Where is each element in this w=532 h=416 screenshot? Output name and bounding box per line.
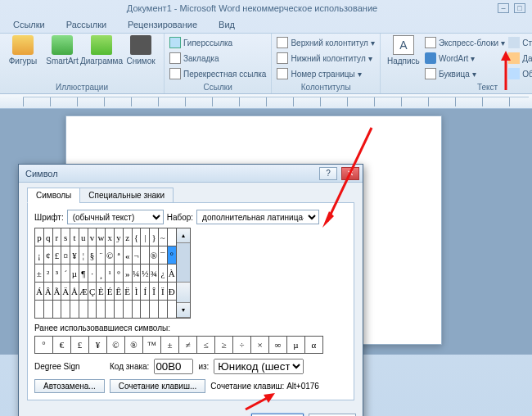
tab-review[interactable]: Рецензирование bbox=[123, 18, 202, 33]
symbol-cell[interactable]: Ç bbox=[88, 283, 97, 301]
set-select[interactable]: дополнительная латиница-1 bbox=[196, 210, 319, 224]
recent-symbol[interactable]: © bbox=[106, 336, 125, 354]
symbol-cell[interactable]: Á bbox=[35, 283, 44, 301]
symbol-cell[interactable]: Ã bbox=[53, 283, 62, 301]
symbol-cell[interactable] bbox=[79, 301, 88, 319]
symbol-cell[interactable]: ° bbox=[168, 246, 177, 265]
symbol-cell[interactable]: ¸ bbox=[97, 265, 106, 283]
recent-symbol[interactable]: ≠ bbox=[178, 336, 197, 354]
symbol-cell[interactable]: p bbox=[35, 228, 44, 246]
symbol-cell[interactable]: ¦ bbox=[79, 246, 88, 265]
hyperlink-button[interactable]: Гиперссылка bbox=[169, 35, 266, 50]
symbol-cell[interactable]: ½ bbox=[141, 265, 150, 283]
shortcut-button[interactable]: Сочетание клавиш... bbox=[110, 379, 206, 393]
recent-symbol[interactable]: ¥ bbox=[88, 336, 107, 354]
grid-scrollbar[interactable]: ▴▾ bbox=[176, 228, 191, 319]
symbol-cell[interactable]: Â bbox=[44, 283, 53, 301]
footer-button[interactable]: Нижний колонтитул ▾ bbox=[277, 51, 375, 66]
symbol-cell[interactable]: ® bbox=[150, 246, 159, 265]
recent-symbol[interactable]: ® bbox=[124, 336, 143, 354]
recent-symbol[interactable]: α bbox=[304, 336, 323, 354]
from-select[interactable]: Юникод (шестн.) bbox=[214, 359, 304, 374]
sigline-button[interactable]: Строка подписи ▾ bbox=[508, 35, 532, 50]
symbol-cell[interactable]: · bbox=[88, 265, 97, 283]
symbol-cell[interactable]: ª bbox=[115, 246, 124, 265]
symbol-cell[interactable] bbox=[44, 301, 53, 319]
symbol-cell[interactable]: Å bbox=[70, 283, 79, 301]
symbol-cell[interactable]: ¯ bbox=[159, 246, 168, 265]
symbol-cell[interactable] bbox=[88, 301, 97, 319]
symbol-cell[interactable]: ¥ bbox=[70, 246, 79, 265]
symbol-cell[interactable]: ¹ bbox=[106, 265, 115, 283]
symbol-cell[interactable]: ¼ bbox=[133, 265, 142, 283]
symbol-grid[interactable]: pqrstuvwxyz{|}~¡¢£¤¥¦§¨©ª«¬®¯°±²³´µ¶·¸¹º… bbox=[34, 228, 177, 319]
symbol-cell[interactable]: Ê bbox=[115, 283, 124, 301]
symbol-cell[interactable] bbox=[70, 301, 79, 319]
symbol-cell[interactable]: ¨ bbox=[97, 246, 106, 265]
symbol-cell[interactable]: ¬ bbox=[133, 246, 142, 265]
symbol-cell[interactable] bbox=[141, 246, 150, 265]
recent-symbol[interactable]: µ bbox=[286, 336, 305, 354]
recent-symbols[interactable]: °€£¥©®™±≠≤≥÷×∞µα bbox=[34, 336, 347, 354]
recent-symbol[interactable]: ≥ bbox=[214, 336, 233, 354]
shapes-button[interactable]: Фигуры bbox=[5, 35, 41, 66]
symbol-cell[interactable]: Ë bbox=[124, 283, 133, 301]
symbol-cell[interactable]: § bbox=[88, 246, 97, 265]
symbol-cell[interactable] bbox=[53, 301, 62, 319]
symbol-cell[interactable] bbox=[115, 301, 124, 319]
dropcap-button[interactable]: Буквица ▾ bbox=[425, 66, 505, 81]
symbol-cell[interactable]: ¢ bbox=[44, 246, 53, 265]
symbol-cell[interactable] bbox=[168, 228, 177, 246]
chart-button[interactable]: Диаграмма bbox=[83, 35, 119, 66]
symbol-cell[interactable]: ± bbox=[35, 265, 44, 283]
symbol-cell[interactable]: ~ bbox=[159, 228, 168, 246]
symbol-cell[interactable]: £ bbox=[53, 246, 62, 265]
recent-symbol[interactable]: ± bbox=[160, 336, 179, 354]
symbol-cell[interactable]: Î bbox=[150, 283, 159, 301]
symbol-cell[interactable]: Ï bbox=[159, 283, 168, 301]
symbol-cell[interactable] bbox=[97, 301, 106, 319]
symbol-cell[interactable]: y bbox=[115, 228, 124, 246]
tab-symbols[interactable]: Символы bbox=[27, 188, 80, 203]
symbol-cell[interactable] bbox=[106, 301, 115, 319]
symbol-cell[interactable]: x bbox=[106, 228, 115, 246]
symbol-cell[interactable] bbox=[61, 301, 70, 319]
symbol-cell[interactable]: » bbox=[124, 265, 133, 283]
screenshot-button[interactable]: Снимок bbox=[123, 35, 159, 66]
help-icon[interactable]: ? bbox=[319, 167, 337, 180]
recent-symbol[interactable]: ≤ bbox=[196, 336, 215, 354]
symbol-cell[interactable]: µ bbox=[70, 265, 79, 283]
tab-mailings[interactable]: Рассылки bbox=[61, 18, 111, 33]
symbol-cell[interactable]: Í bbox=[141, 283, 150, 301]
symbol-cell[interactable]: ´ bbox=[61, 265, 70, 283]
quickparts-button[interactable]: Экспресс-блоки ▾ bbox=[425, 35, 505, 50]
symbol-cell[interactable]: ¡ bbox=[35, 246, 44, 265]
recent-symbol[interactable]: × bbox=[250, 336, 269, 354]
symbol-cell[interactable]: q bbox=[44, 228, 53, 246]
symbol-cell[interactable]: « bbox=[124, 246, 133, 265]
recent-symbol[interactable]: ÷ bbox=[232, 336, 251, 354]
symbol-cell[interactable]: z bbox=[124, 228, 133, 246]
symbol-cell[interactable]: © bbox=[106, 246, 115, 265]
code-input[interactable] bbox=[154, 359, 193, 374]
symbol-cell[interactable]: s bbox=[61, 228, 70, 246]
symbol-cell[interactable]: ¾ bbox=[150, 265, 159, 283]
symbol-cell[interactable]: ¶ bbox=[79, 265, 88, 283]
recent-symbol[interactable]: ™ bbox=[142, 336, 161, 354]
symbol-cell[interactable] bbox=[168, 301, 177, 319]
smartart-button[interactable]: SmartArt bbox=[44, 35, 80, 66]
symbol-cell[interactable]: Æ bbox=[79, 283, 88, 301]
symbol-cell[interactable]: w bbox=[97, 228, 106, 246]
recent-symbol[interactable]: ∞ bbox=[268, 336, 287, 354]
symbol-cell[interactable]: ² bbox=[44, 265, 53, 283]
symbol-cell[interactable]: ³ bbox=[53, 265, 62, 283]
close-icon[interactable]: ✕ bbox=[341, 167, 359, 180]
autocorrect-button[interactable]: Автозамена... bbox=[34, 379, 105, 393]
symbol-cell[interactable]: u bbox=[79, 228, 88, 246]
tab-special[interactable]: Специальные знаки bbox=[79, 188, 174, 203]
minimize-icon[interactable]: – bbox=[498, 3, 509, 13]
symbol-cell[interactable]: Ä bbox=[61, 283, 70, 301]
textbox-button[interactable]: AНадпись bbox=[385, 35, 422, 66]
crossref-button[interactable]: Перекрестная ссылка bbox=[169, 66, 266, 81]
symbol-cell[interactable]: | bbox=[141, 228, 150, 246]
